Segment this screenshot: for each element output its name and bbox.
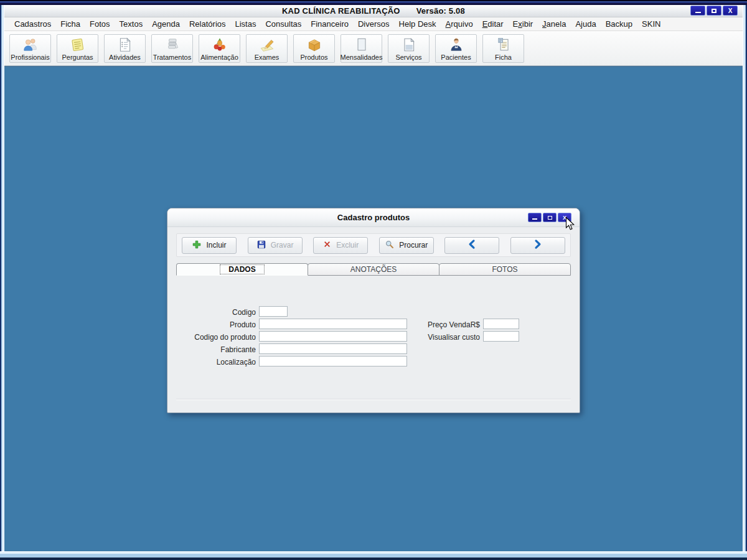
toolbar-button-atividades[interactable]: Atividades [104, 34, 146, 63]
dialog-minimize-button[interactable] [528, 213, 542, 222]
chevron-left-icon [467, 239, 477, 251]
menu-relatorios[interactable]: Relatórios [186, 18, 230, 30]
produto-input[interactable] [259, 319, 407, 329]
visualisar-custo-label: Visualisar custo [393, 333, 480, 342]
preco-venda-input[interactable] [483, 319, 519, 329]
window-controls: X [690, 6, 738, 16]
services-document-icon [401, 37, 417, 54]
button-label: Excluir [336, 241, 359, 250]
main-toolbar: Profissionais Perguntas Atividades Trata… [4, 31, 743, 66]
menu-ajuda[interactable]: Ajuda [571, 18, 599, 30]
record-file-icon [496, 37, 512, 54]
toolbar-button-mensalidades[interactable]: Mensalidades [341, 34, 382, 63]
toolbar-button-ficha[interactable]: Ficha [482, 34, 524, 63]
exams-pencil-icon [259, 37, 275, 54]
maximize-button[interactable] [707, 6, 721, 16]
search-icon [385, 240, 395, 251]
toolbar-label: Alimentação [200, 54, 238, 61]
menu-fotos[interactable]: Fotos [86, 18, 114, 30]
products-box-icon [306, 37, 322, 54]
menu-listas[interactable]: Listas [232, 18, 260, 30]
toolbar-label: Produtos [300, 54, 327, 61]
codigo-label: Codigo [169, 308, 256, 317]
visualisar-custo-input[interactable] [483, 331, 519, 342]
toolbar-label: Mensalidades [341, 54, 383, 61]
menu-help-desk[interactable]: Help Desk [395, 18, 440, 30]
toolbar-button-exames[interactable]: Exames [246, 34, 288, 63]
dialog-tabs: DADOS ANOTAÇÕES FOTOS [176, 263, 571, 276]
produto-label: Produto [169, 320, 256, 329]
menu-editar[interactable]: Editar [479, 18, 507, 30]
patients-person-icon [448, 37, 464, 54]
dialog-maximize-button[interactable] [543, 213, 557, 222]
professionals-icon [22, 37, 39, 54]
chevron-right-icon [532, 239, 543, 251]
menu-agenda[interactable]: Agenda [148, 18, 184, 30]
tab-anotacoes[interactable]: ANOTAÇÕES [308, 263, 439, 276]
menu-financeiro[interactable]: Financeiro [307, 18, 352, 30]
procurar-button[interactable]: Procurar [379, 237, 434, 254]
activities-document-icon [117, 37, 133, 54]
tab-label: DADOS [220, 264, 264, 274]
toolbar-label: Pacientes [441, 54, 471, 61]
window-frame-top [0, 0, 747, 5]
main-titlebar: KAD CLÍNICA REABILITAÇÃO Versão: 5.08 X [4, 5, 743, 17]
tab-label: ANOTAÇÕES [350, 265, 397, 274]
dialog-bottom-groove [176, 399, 571, 400]
tab-label: FOTOS [492, 265, 517, 274]
toolbar-button-perguntas[interactable]: Perguntas [57, 34, 98, 63]
close-icon: X [728, 7, 733, 14]
toolbar-button-profissionais[interactable]: Profissionais [9, 34, 51, 63]
toolbar-button-tratamentos[interactable]: Tratamentos [151, 34, 193, 63]
menu-backup[interactable]: Backup [602, 18, 636, 30]
previous-record-button[interactable] [444, 237, 499, 254]
menu-exibir[interactable]: Exibir [509, 18, 537, 30]
codigo-do-produto-label: Codigo do produto [169, 333, 256, 342]
menu-janela[interactable]: Janela [538, 18, 570, 30]
window-frame-left [0, 5, 4, 551]
toolbar-button-alimentacao[interactable]: Alimentação [199, 34, 240, 63]
next-record-button[interactable] [510, 237, 565, 254]
tab-fotos[interactable]: FOTOS [439, 263, 571, 276]
window-frame-bottom [0, 551, 747, 560]
toolbar-label: Atividades [109, 54, 141, 61]
menu-consultas[interactable]: Consultas [261, 18, 305, 30]
maximize-icon [548, 216, 552, 220]
menu-textos[interactable]: Textos [116, 18, 147, 30]
treatments-stack-icon [164, 37, 181, 54]
maximize-icon [712, 9, 716, 13]
mouse-cursor [565, 217, 576, 231]
app-version: Versão: 5.08 [416, 6, 465, 16]
button-label: Procurar [399, 241, 428, 250]
gravar-button[interactable]: Gravar [248, 237, 303, 254]
menu-ficha[interactable]: Ficha [57, 18, 84, 30]
toolbar-label: Profissionais [11, 54, 49, 61]
toolbar-label: Exames [255, 54, 280, 61]
localizacao-input[interactable] [259, 356, 407, 366]
menu-skin[interactable]: SKIN [638, 18, 664, 30]
toolbar-button-servicos[interactable]: Serviços [388, 34, 430, 63]
questions-note-icon [70, 37, 86, 54]
menu-arquivo[interactable]: Arquivo [442, 18, 477, 30]
menu-diversos[interactable]: Diversos [354, 18, 393, 30]
incluir-button[interactable]: Incluir [182, 237, 237, 254]
tab-dados[interactable]: DADOS [176, 263, 308, 276]
excluir-button[interactable]: Excluir [313, 237, 368, 254]
dialog-titlebar: Cadastro produtos X [167, 208, 580, 227]
cadastro-produtos-dialog: Cadastro produtos X Incluir Gravar Exclu… [167, 208, 580, 413]
monthly-fees-paper-icon [354, 37, 370, 54]
fabricante-input[interactable] [259, 343, 407, 354]
minimize-button[interactable] [690, 6, 705, 16]
menubar: Cadastros Ficha Fotos Textos Agenda Rela… [4, 17, 743, 31]
codigo-do-produto-input[interactable] [259, 331, 407, 342]
toolbar-separator [4, 66, 743, 67]
food-fruits-icon [212, 37, 228, 54]
minimize-icon [695, 12, 701, 13]
toolbar-button-produtos[interactable]: Produtos [293, 34, 335, 63]
toolbar-button-pacientes[interactable]: Pacientes [435, 34, 477, 63]
close-button[interactable]: X [723, 6, 738, 16]
codigo-input[interactable] [259, 306, 288, 317]
toolbar-label: Tratamentos [153, 54, 191, 61]
menu-cadastros[interactable]: Cadastros [11, 18, 55, 30]
window-frame-right [743, 5, 747, 551]
